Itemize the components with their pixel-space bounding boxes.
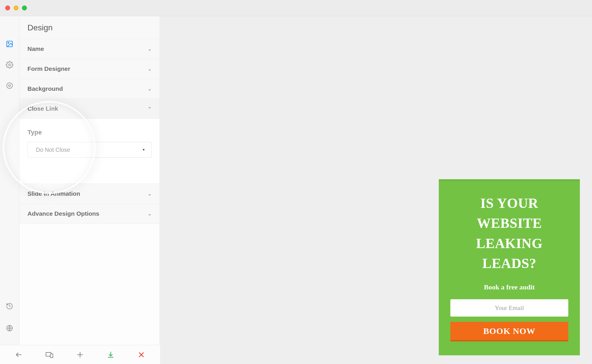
section-background-label: Background	[27, 85, 63, 92]
popup-preview[interactable]: IS YOUR WEBSITE LEAKING LEADS? Book a fr…	[439, 179, 580, 355]
section-slide-in-label: Slide In Animation	[27, 190, 80, 197]
target-icon[interactable]	[5, 82, 14, 90]
window-close-button[interactable]	[5, 5, 10, 10]
gear-icon[interactable]	[5, 61, 14, 69]
section-form-designer-label: Form Designer	[27, 65, 70, 72]
chevron-down-icon: ⌄	[148, 86, 151, 92]
image-icon[interactable]	[5, 40, 14, 48]
window-minimize-button[interactable]	[14, 5, 18, 10]
type-select-value: Do Not Close	[36, 147, 70, 153]
globe-icon[interactable]	[5, 324, 14, 332]
section-form-designer[interactable]: Form Designer ⌄	[19, 59, 160, 79]
svg-point-2	[9, 64, 11, 66]
svg-rect-8	[50, 354, 53, 358]
section-slide-in[interactable]: Slide In Animation ⌄	[19, 184, 160, 204]
chevron-down-icon: ⌄	[148, 211, 151, 217]
devices-button[interactable]	[44, 349, 55, 361]
svg-point-3	[7, 83, 12, 88]
design-sidebar: Design Name ⌄ Form Designer ⌄ Background…	[19, 16, 160, 364]
svg-point-1	[8, 43, 9, 43]
svg-point-4	[9, 85, 11, 87]
chevron-up-icon: ⌃	[148, 106, 151, 112]
section-close-link[interactable]: Close Link ⌃	[19, 99, 160, 119]
download-button[interactable]	[105, 349, 116, 361]
chevron-down-icon: ⌄	[148, 66, 151, 72]
close-link-body: Type Do Not Close ▼	[19, 119, 160, 184]
section-name[interactable]: Name ⌄	[19, 39, 160, 59]
icon-rail	[0, 16, 19, 364]
history-icon[interactable]	[5, 302, 14, 310]
section-name-label: Name	[27, 45, 44, 52]
type-select[interactable]: Do Not Close ▼	[27, 142, 151, 158]
panel-title: Design	[19, 16, 160, 39]
popup-subtitle: Book a free audit	[450, 283, 568, 291]
window-maximize-button[interactable]	[22, 5, 27, 10]
back-button[interactable]	[13, 349, 25, 361]
type-label: Type	[27, 129, 151, 136]
email-input[interactable]	[450, 299, 568, 317]
section-advanced-label: Advance Design Options	[27, 210, 99, 217]
popup-title: IS YOUR WEBSITE LEAKING LEADS?	[450, 193, 568, 274]
section-close-link-label: Close Link	[27, 105, 58, 112]
chevron-down-icon: ⌄	[148, 191, 151, 197]
book-now-button[interactable]: BOOK NOW	[450, 322, 568, 341]
cancel-button[interactable]	[136, 349, 147, 361]
dropdown-caret-icon: ▼	[142, 148, 145, 152]
bottom-toolbar	[0, 345, 160, 364]
window-titlebar	[0, 0, 592, 16]
add-button[interactable]	[74, 349, 86, 361]
section-background[interactable]: Background ⌄	[19, 79, 160, 99]
chevron-down-icon: ⌄	[148, 46, 151, 52]
preview-canvas: IS YOUR WEBSITE LEAKING LEADS? Book a fr…	[160, 16, 592, 364]
section-advanced[interactable]: Advance Design Options ⌄	[19, 204, 160, 223]
